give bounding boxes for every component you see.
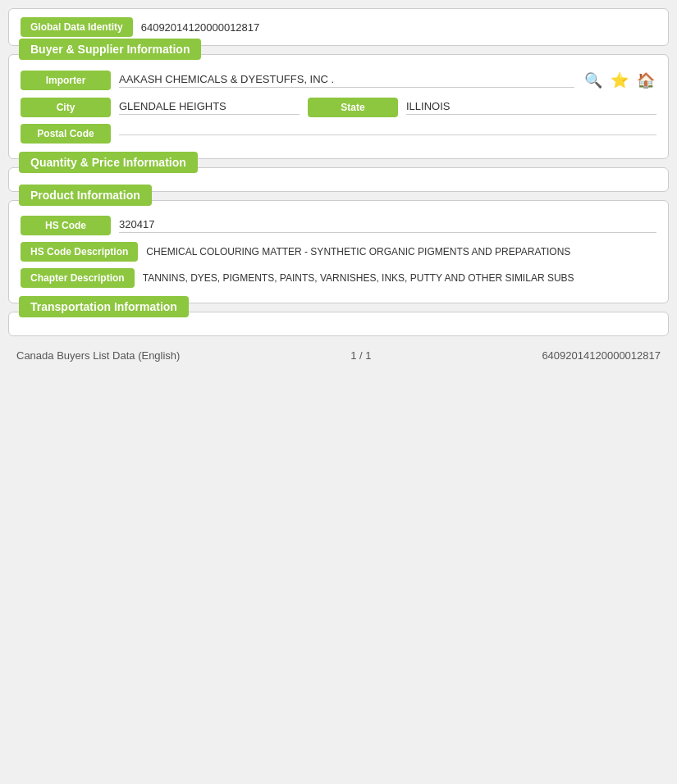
hs-code-row: HS Code 320417 [21,216,656,235]
postal-code-row: Postal Code [21,124,656,144]
star-icon[interactable]: ⭐ [609,70,630,91]
footer-bar: Canada Buyers List Data (English) 1 / 1 … [8,344,669,367]
city-value: GLENDALE HEIGHTS [119,100,300,115]
action-icons: 🔍 ⭐ 🏠 [583,70,656,91]
footer-left: Canada Buyers List Data (English) [16,349,180,362]
importer-row: Importer AAKASH CHEMICALS & DYESTUFFS, I… [21,70,656,91]
buyer-supplier-header: Buyer & Supplier Information [19,39,201,60]
transportation-header: Transportation Information [19,296,189,317]
product-header: Product Information [19,185,152,206]
hs-code-desc-label: HS Code Description [21,242,138,262]
state-value: ILLINOIS [406,100,656,115]
quantity-price-header: Quantity & Price Information [19,152,198,173]
postal-code-label: Postal Code [21,124,111,144]
postal-code-value [119,133,656,135]
product-section: Product Information HS Code 320417 HS Co… [8,200,669,303]
chapter-desc-row: Chapter Description TANNINS, DYES, PIGME… [21,268,656,288]
state-label: State [308,98,398,117]
chapter-desc-value: TANNINS, DYES, PIGMENTS, PAINTS, VARNISH… [143,272,656,284]
chapter-desc-label: Chapter Description [21,268,135,288]
transportation-section: Transportation Information [8,312,669,336]
search-icon[interactable]: 🔍 [583,70,604,91]
importer-label: Importer [21,71,111,90]
footer-center: 1 / 1 [350,349,371,362]
footer-right: 64092014120000012817 [542,349,661,362]
hs-code-desc-value: CHEMICAL COLOURING MATTER - SYNTHETIC OR… [146,246,656,258]
hs-code-desc-row: HS Code Description CHEMICAL COLOURING M… [21,242,656,262]
city-state-row: City GLENDALE HEIGHTS State ILLINOIS [21,98,656,117]
hs-code-label: HS Code [21,216,111,235]
buyer-supplier-section: Buyer & Supplier Information Importer AA… [8,54,669,159]
global-identity-value: 64092014120000012817 [141,21,656,34]
home-icon[interactable]: 🏠 [635,70,656,91]
hs-code-value: 320417 [119,218,656,233]
importer-value: AAKASH CHEMICALS & DYESTUFFS, INC . [119,73,574,88]
city-label: City [21,98,111,117]
global-identity-label: Global Data Identity [21,17,133,37]
